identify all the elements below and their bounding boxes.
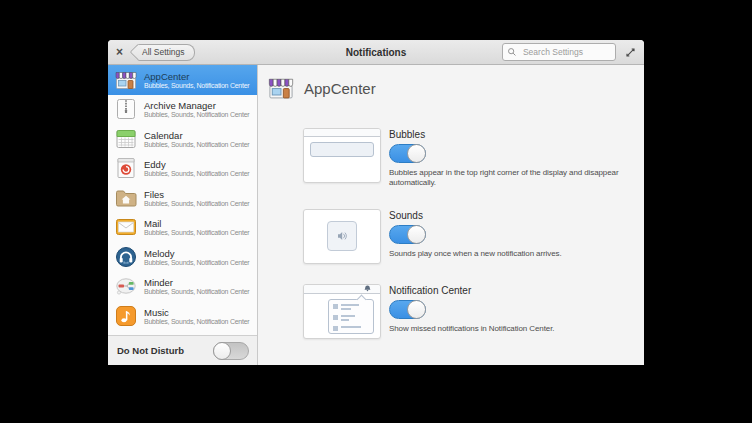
- notification-center-toggle[interactable]: [389, 300, 426, 319]
- sidebar-item-text: Files Bubbles, Sounds, Notification Cent…: [144, 189, 249, 207]
- bubbles-toggle[interactable]: [389, 144, 426, 163]
- app-name: Archive Manager: [144, 100, 249, 111]
- app-subtitle: Bubbles, Sounds, Notification Center: [144, 318, 249, 325]
- app-header: AppCenter: [267, 74, 644, 102]
- notification-center-preview-illustration: [303, 284, 381, 339]
- sidebar-item-text: Music Bubbles, Sounds, Notification Cent…: [144, 307, 249, 325]
- archive-manager-icon: [114, 97, 138, 121]
- sounds-setting-row: Sounds Sounds play once when a new notif…: [303, 209, 644, 264]
- sounds-label: Sounds: [389, 210, 562, 221]
- app-name: Mail: [144, 218, 249, 229]
- sidebar-item-music[interactable]: Music Bubbles, Sounds, Notification Cent…: [108, 301, 257, 331]
- sidebar-item-text: Calendar Bubbles, Sounds, Notification C…: [144, 130, 249, 148]
- search-field[interactable]: [502, 43, 616, 61]
- close-icon[interactable]: ×: [116, 46, 123, 58]
- bell-icon: [364, 285, 371, 292]
- music-icon: [114, 304, 138, 328]
- mini-bubble: [310, 142, 374, 157]
- mini-sound-button: [327, 221, 357, 251]
- toggle-knob: [213, 342, 231, 360]
- sidebar-item-archive-manager[interactable]: Archive Manager Bubbles, Sounds, Notific…: [108, 95, 257, 125]
- app-subtitle: Bubbles, Sounds, Notification Center: [144, 170, 249, 177]
- do-not-disturb-label: Do Not Disturb: [117, 345, 184, 356]
- app-name: Eddy: [144, 159, 249, 170]
- sounds-setting-text: Sounds Sounds play once when a new notif…: [389, 209, 562, 264]
- back-button-label: All Settings: [142, 47, 185, 57]
- minder-icon: [114, 274, 138, 298]
- bubbles-description: Bubbles appear in the top right corner o…: [389, 168, 629, 189]
- settings-rows: Bubbles Bubbles appear in the top right …: [303, 128, 644, 339]
- app-name: Calendar: [144, 130, 249, 141]
- notification-center-setting-text: Notification Center Show missed notifica…: [389, 284, 554, 339]
- mail-icon: [114, 215, 138, 239]
- page-title: AppCenter: [304, 80, 376, 97]
- notification-settings-pane: AppCenter Bubbles Bubbles appear in the …: [258, 65, 644, 365]
- sidebar-item-text: Mail Bubbles, Sounds, Notification Cente…: [144, 218, 249, 236]
- mini-notification-popover: [328, 299, 374, 334]
- sidebar-item-mail[interactable]: Mail Bubbles, Sounds, Notification Cente…: [108, 213, 257, 243]
- app-name: Files: [144, 189, 249, 200]
- app-subtitle: Bubbles, Sounds, Notification Center: [144, 111, 249, 118]
- app-name: Minder: [144, 277, 249, 288]
- app-subtitle: Bubbles, Sounds, Notification Center: [144, 141, 249, 148]
- toggle-knob: [407, 144, 426, 163]
- app-subtitle: Bubbles, Sounds, Notification Center: [144, 259, 249, 266]
- sidebar-item-text: Eddy Bubbles, Sounds, Notification Cente…: [144, 159, 249, 177]
- sounds-preview-illustration: [303, 209, 381, 264]
- do-not-disturb-toggle[interactable]: [213, 342, 249, 360]
- notification-center-description: Show missed notifications in Notificatio…: [389, 324, 554, 334]
- bubbles-setting-text: Bubbles Bubbles appear in the top right …: [389, 128, 629, 189]
- sounds-description: Sounds play once when a new notification…: [389, 249, 562, 259]
- eddy-icon: [114, 156, 138, 180]
- mini-notification-item: [333, 304, 373, 312]
- sounds-toggle[interactable]: [389, 225, 426, 244]
- sidebar-item-files[interactable]: Files Bubbles, Sounds, Notification Cent…: [108, 183, 257, 213]
- app-name: Melody: [144, 248, 249, 259]
- speaker-icon: [332, 226, 352, 246]
- files-icon: [114, 186, 138, 210]
- sidebar-item-calendar[interactable]: Calendar Bubbles, Sounds, Notification C…: [108, 124, 257, 154]
- mini-notification-item: [333, 326, 373, 331]
- app-subtitle: Bubbles, Sounds, Notification Center: [144, 200, 249, 207]
- notification-center-label: Notification Center: [389, 285, 554, 296]
- notification-center-setting-row: Notification Center Show missed notifica…: [303, 284, 644, 339]
- bubbles-preview-illustration: [303, 128, 381, 183]
- bubbles-setting-row: Bubbles Bubbles appear in the top right …: [303, 128, 644, 189]
- titlebar: × All Settings Notifications: [108, 40, 644, 65]
- settings-window: × All Settings Notifications: [108, 40, 644, 365]
- app-name: Music: [144, 307, 249, 318]
- appcenter-icon: [114, 68, 138, 92]
- all-settings-back-button[interactable]: All Settings: [137, 44, 195, 61]
- mini-panel-bar: [304, 129, 380, 137]
- window-body: AppCenter Bubbles, Sounds, Notification …: [108, 65, 644, 365]
- sidebar-item-melody[interactable]: Melody Bubbles, Sounds, Notification Cen…: [108, 242, 257, 272]
- mini-panel-bar: [304, 285, 380, 294]
- search-icon: [507, 46, 517, 58]
- app-name: AppCenter: [144, 71, 249, 82]
- sidebar-item-text: AppCenter Bubbles, Sounds, Notification …: [144, 71, 249, 89]
- sidebar-item-appcenter[interactable]: AppCenter Bubbles, Sounds, Notification …: [108, 65, 257, 95]
- sidebar-item-text: Minder Bubbles, Sounds, Notification Cen…: [144, 277, 249, 295]
- maximize-icon[interactable]: [625, 47, 636, 58]
- melody-icon: [114, 245, 138, 269]
- sidebar-item-text: Archive Manager Bubbles, Sounds, Notific…: [144, 100, 249, 118]
- app-subtitle: Bubbles, Sounds, Notification Center: [144, 229, 249, 236]
- app-subtitle: Bubbles, Sounds, Notification Center: [144, 82, 249, 89]
- sidebar-item-eddy[interactable]: Eddy Bubbles, Sounds, Notification Cente…: [108, 154, 257, 184]
- search-input[interactable]: [521, 46, 611, 58]
- app-list: AppCenter Bubbles, Sounds, Notification …: [108, 65, 257, 335]
- sidebar-item-minder[interactable]: Minder Bubbles, Sounds, Notification Cen…: [108, 272, 257, 302]
- sidebar-item-text: Melody Bubbles, Sounds, Notification Cen…: [144, 248, 249, 266]
- toggle-knob: [407, 225, 426, 244]
- app-sidebar: AppCenter Bubbles, Sounds, Notification …: [108, 65, 258, 365]
- bubbles-label: Bubbles: [389, 129, 629, 140]
- calendar-icon: [114, 127, 138, 151]
- toggle-knob: [407, 300, 426, 319]
- do-not-disturb-bar: Do Not Disturb: [108, 335, 257, 365]
- app-subtitle: Bubbles, Sounds, Notification Center: [144, 288, 249, 295]
- appcenter-icon-large: [267, 74, 295, 102]
- mini-notification-item: [333, 315, 373, 323]
